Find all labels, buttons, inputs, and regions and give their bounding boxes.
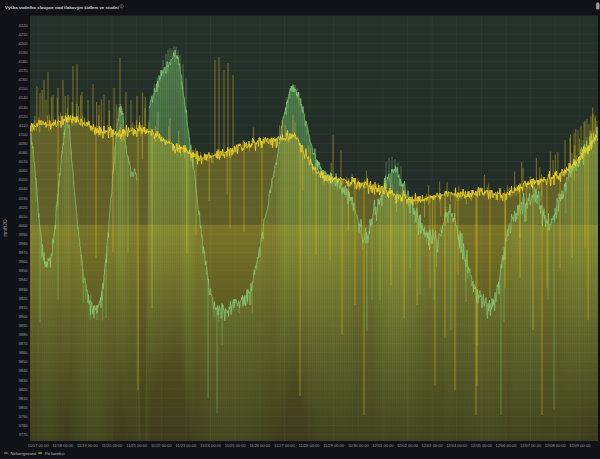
svg-text:3800: 3800 xyxy=(18,405,28,410)
svg-text:4090: 4090 xyxy=(18,141,28,146)
svg-text:3940: 3940 xyxy=(18,277,28,282)
svg-text:3920: 3920 xyxy=(18,296,28,301)
svg-text:3850: 3850 xyxy=(18,359,28,364)
svg-text:4050: 4050 xyxy=(18,177,28,182)
svg-text:4130: 4130 xyxy=(18,105,28,110)
svg-text:3980: 3980 xyxy=(18,241,28,246)
svg-text:4080: 4080 xyxy=(18,150,28,155)
svg-text:3890: 3890 xyxy=(18,323,28,328)
svg-text:3870: 3870 xyxy=(18,341,28,346)
svg-text:3780: 3780 xyxy=(18,423,28,428)
svg-text:12/04 00:00: 12/04 00:00 xyxy=(446,443,468,448)
svg-text:12/02 00:00: 12/02 00:00 xyxy=(397,443,419,448)
svg-text:11/22 00:00: 11/22 00:00 xyxy=(151,443,173,448)
svg-text:4220: 4220 xyxy=(18,23,28,28)
svg-text:12/09 00:00: 12/09 00:00 xyxy=(569,443,591,448)
svg-text:11/17 00:00: 11/17 00:00 xyxy=(28,443,50,448)
svg-text:4060: 4060 xyxy=(18,168,28,173)
svg-text:Výška vodního sloupce nad tlak: Výška vodního sloupce nad tlakovým čidle… xyxy=(5,5,119,10)
svg-text:3910: 3910 xyxy=(18,305,28,310)
svg-text:11/25 00:00: 11/25 00:00 xyxy=(225,443,247,448)
svg-text:3960: 3960 xyxy=(18,259,28,264)
svg-text:Po korekci: Po korekci xyxy=(45,451,65,456)
svg-text:4120: 4120 xyxy=(18,114,28,119)
svg-text:12/07 00:00: 12/07 00:00 xyxy=(520,443,542,448)
svg-text:Nekorigovaná: Nekorigovaná xyxy=(11,451,38,456)
svg-text:3900: 3900 xyxy=(18,314,28,319)
svg-text:4210: 4210 xyxy=(18,32,28,37)
svg-text:4040: 4040 xyxy=(18,186,28,191)
svg-text:3840: 3840 xyxy=(18,368,28,373)
svg-text:12/01 00:00: 12/01 00:00 xyxy=(372,443,394,448)
svg-text:3990: 3990 xyxy=(18,232,28,237)
svg-text:12/06 00:00: 12/06 00:00 xyxy=(495,443,517,448)
svg-text:4010: 4010 xyxy=(18,214,28,219)
svg-text:3950: 3950 xyxy=(18,268,28,273)
svg-text:12/03 00:00: 12/03 00:00 xyxy=(422,443,444,448)
svg-text:3860: 3860 xyxy=(18,350,28,355)
svg-text:3790: 3790 xyxy=(18,414,28,419)
svg-text:3770: 3770 xyxy=(18,432,28,437)
svg-text:4160: 4160 xyxy=(18,77,28,82)
svg-text:11/29 00:00: 11/29 00:00 xyxy=(323,443,345,448)
svg-text:4180: 4180 xyxy=(18,59,28,64)
svg-text:12/08 00:00: 12/08 00:00 xyxy=(545,443,567,448)
svg-text:11/23 00:00: 11/23 00:00 xyxy=(175,443,197,448)
svg-text:4110: 4110 xyxy=(19,123,29,128)
svg-text:mmH2O: mmH2O xyxy=(3,219,8,237)
svg-text:11/21 00:00: 11/21 00:00 xyxy=(126,443,148,448)
svg-text:3810: 3810 xyxy=(18,396,28,401)
svg-text:4170: 4170 xyxy=(18,68,28,73)
svg-text:11/24 00:00: 11/24 00:00 xyxy=(200,443,222,448)
svg-text:4000: 4000 xyxy=(18,223,28,228)
svg-text:4020: 4020 xyxy=(18,205,28,210)
svg-text:11/18 00:00: 11/18 00:00 xyxy=(52,443,74,448)
svg-text:4030: 4030 xyxy=(18,196,28,201)
svg-text:4200: 4200 xyxy=(18,41,28,46)
svg-text:3880: 3880 xyxy=(18,332,28,337)
svg-text:4070: 4070 xyxy=(18,159,28,164)
svg-text:11/26 00:00: 11/26 00:00 xyxy=(249,443,271,448)
svg-text:11/27 00:00: 11/27 00:00 xyxy=(274,443,296,448)
svg-text:3830: 3830 xyxy=(18,378,28,383)
svg-text:4140: 4140 xyxy=(18,95,28,100)
svg-text:3970: 3970 xyxy=(18,250,28,255)
svg-text:11/28 00:00: 11/28 00:00 xyxy=(299,443,321,448)
svg-text:3820: 3820 xyxy=(18,387,28,392)
svg-text:4100: 4100 xyxy=(18,132,28,137)
svg-text:11/30 00:00: 11/30 00:00 xyxy=(348,443,370,448)
svg-text:11/19 00:00: 11/19 00:00 xyxy=(77,443,99,448)
svg-text:4150: 4150 xyxy=(18,86,28,91)
svg-text:12/05 00:00: 12/05 00:00 xyxy=(471,443,493,448)
svg-text:4190: 4190 xyxy=(18,50,28,55)
svg-text:11/20 00:00: 11/20 00:00 xyxy=(102,443,124,448)
svg-text:3930: 3930 xyxy=(18,287,28,292)
